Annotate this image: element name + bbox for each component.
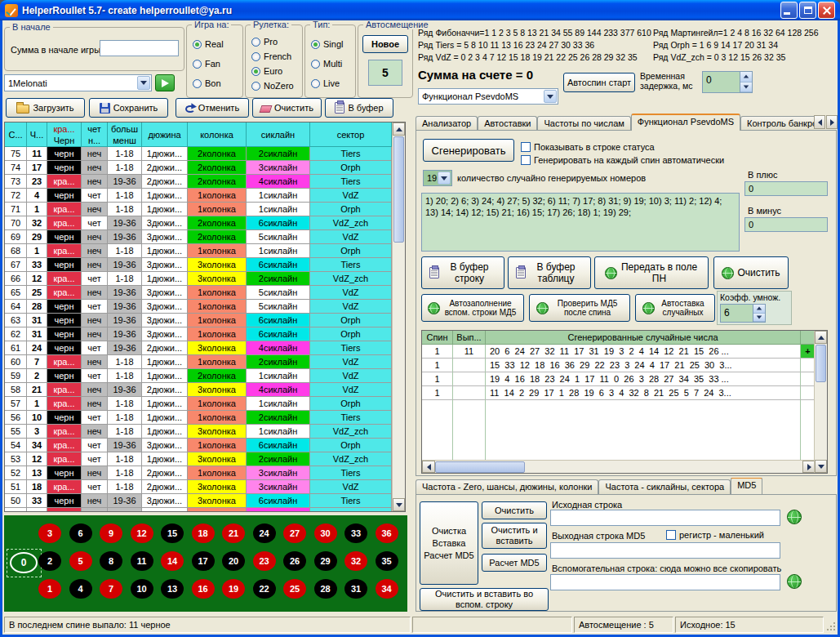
history-row[interactable]: 6124чернчет19-362дюжи...3колонка4сиклайн…	[5, 341, 405, 355]
history-row[interactable]: 711кра...неч1-181дюжи...1колонка1сиклайн…	[5, 203, 405, 216]
board-cell-3[interactable]: 3	[38, 523, 61, 543]
lowercase-checkbox[interactable]	[666, 530, 676, 540]
generate-button[interactable]: Сгенерировать	[423, 139, 514, 162]
history-row[interactable]: 607кра...неч1-181дюжи...1колонка2сиклайн…	[5, 355, 405, 369]
board-cell-30[interactable]: 30	[314, 523, 337, 543]
title-bar[interactable]: HelperRoullet 5.7- create helperroullet@…	[0, 0, 840, 20]
board-cell-7[interactable]: 7	[100, 579, 122, 599]
board-cell-35[interactable]: 35	[376, 551, 398, 571]
game-option-real[interactable]: Real	[193, 39, 241, 49]
history-row[interactable]: 4919кра...неч19-362дюжи...1колонка4сикла…	[5, 508, 405, 512]
source-globe-button[interactable]	[785, 508, 803, 526]
delay-up-icon[interactable]	[740, 72, 752, 82]
board-cell-1[interactable]: 1	[38, 579, 61, 599]
board-cell-21[interactable]: 21	[222, 523, 245, 543]
roulette-option-pro[interactable]: Pro	[251, 37, 300, 47]
md5-clear-paste-button[interactable]: Очистить и вставить	[482, 523, 547, 549]
board-cell-25[interactable]: 25	[283, 579, 306, 599]
maximize-button[interactable]	[799, 2, 816, 19]
tab-psevdoms[interactable]: Функционал PsevdoMS	[631, 114, 740, 131]
board-cell-28[interactable]: 28	[314, 579, 337, 599]
gen-row[interactable]: 115 33 12 18 16 36 29 22 23 3 24 4 17 21…	[422, 359, 827, 372]
history-row[interactable]: 6428чернчет19-363дюжи...1колонка5сиклайн…	[5, 300, 405, 314]
gen-vscrollbar[interactable]	[814, 331, 827, 473]
count-dropdown-icon[interactable]	[438, 172, 451, 185]
md5-clear-button[interactable]: Очистить	[482, 501, 547, 519]
gen-vscroll-thumb[interactable]	[816, 345, 826, 382]
board-cell-17[interactable]: 17	[192, 551, 215, 571]
show-status-checkbox[interactable]	[521, 142, 531, 152]
roulette-option-french[interactable]: French	[251, 51, 300, 61]
history-row[interactable]: 7417черннеч1-182дюжи...2колонка3сиклайнO…	[5, 161, 405, 175]
profile-select[interactable]: 1Melonati	[4, 74, 152, 91]
board-cell-9[interactable]: 9	[100, 523, 122, 543]
board-cell-22[interactable]: 22	[253, 579, 276, 599]
board-cell-26[interactable]: 26	[283, 551, 306, 571]
history-row[interactable]: 5312кра...чет1-181дюжи...3колонка2сиклай…	[5, 452, 405, 466]
board-cell-5[interactable]: 5	[69, 551, 92, 571]
board-cell-6[interactable]: 6	[69, 523, 92, 543]
roulette-option-nozero[interactable]: NoZero	[251, 81, 300, 91]
save-button[interactable]: Сохранить	[89, 98, 168, 118]
history-row[interactable]: 592чернчет1-181дюжи...2колонка1сиклайнVd…	[5, 369, 405, 383]
board-cell-12[interactable]: 12	[131, 523, 153, 543]
board-cell-10[interactable]: 10	[131, 579, 153, 599]
helper-string-input[interactable]	[550, 574, 780, 590]
history-row[interactable]: 5434кра...чет19-363дюжи...1колонка6сикла…	[5, 439, 405, 452]
tab-autobets[interactable]: Автоставки	[478, 116, 537, 131]
undo-button[interactable]: Отменить	[176, 98, 249, 118]
history-row[interactable]: 6525кра...неч19-363дюжи...1колонка5сикла…	[5, 286, 405, 300]
send-to-pn-button[interactable]: Передать в поле ПН	[594, 256, 709, 289]
game-option-fan[interactable]: Fan	[193, 59, 241, 69]
history-row[interactable]: 5610чернчет1-181дюжи...1колонка2сиклайнT…	[5, 411, 405, 425]
check-md5-button[interactable]: Проверить МД5 после спина	[529, 294, 630, 322]
show-status-checkbox-row[interactable]: Показывать в строке статуса	[521, 142, 655, 152]
history-row[interactable]: 6929черннеч19-363дюжи...2колонка5сиклайн…	[5, 230, 405, 244]
history-row[interactable]: 5213черннеч1-182дюжи...1колонка3сиклайнT…	[5, 466, 405, 480]
board-cell-15[interactable]: 15	[161, 523, 184, 543]
tab-scroll-right-icon[interactable]	[826, 115, 838, 129]
board-cell-0[interactable]: 0	[10, 552, 38, 573]
board-cell-20[interactable]: 20	[222, 551, 245, 571]
history-scroll-thumb[interactable]	[393, 136, 404, 243]
board-cell-34[interactable]: 34	[376, 579, 398, 599]
clear-button[interactable]: Очистить	[252, 98, 322, 118]
new-button[interactable]: Новое	[362, 35, 408, 53]
roulette-option-euro[interactable]: Euro	[251, 66, 300, 76]
history-row[interactable]: 6612кра...чет1-181дюжи...3колонка2сиклай…	[5, 272, 405, 286]
autofill-md5-button[interactable]: Автозаполнение вспом. строки МД5	[421, 294, 524, 322]
history-row[interactable]: 7032кра...чет19-363дюжи...2колонка6сикла…	[5, 216, 405, 230]
history-row[interactable]: 5033черннеч19-363дюжи...3колонка6сиклайн…	[5, 494, 405, 508]
output-string-input[interactable]	[550, 542, 780, 559]
history-row[interactable]: 724чернчет1-181дюжи...1колонка1сиклайнVd…	[5, 189, 405, 203]
scroll-down-icon[interactable]	[815, 460, 827, 473]
lowercase-checkbox-row[interactable]: регистр - маленький	[666, 530, 764, 540]
history-row[interactable]: 571кра...неч1-181дюжи...1колонка1сиклайн…	[5, 397, 405, 411]
board-cell-2[interactable]: 2	[38, 551, 61, 571]
type-option-singl[interactable]: Singl	[311, 39, 353, 49]
board-cell-11[interactable]: 11	[131, 551, 153, 571]
md5-calc-button[interactable]: Расчет MD5	[482, 554, 547, 572]
board-cell-4[interactable]: 4	[69, 579, 92, 599]
start-sum-input[interactable]	[100, 40, 179, 56]
function-dropdown-icon[interactable]	[544, 90, 557, 103]
history-row[interactable]: 6331черннеч19-363дюжи...1колонка6сиклайн…	[5, 314, 405, 327]
koef-down-icon[interactable]	[753, 314, 765, 323]
gen-row[interactable]: 111 14 2 29 17 1 28 19 6 3 4 32 8 21 25 …	[422, 386, 827, 400]
tab-md5[interactable]: MD5	[731, 478, 762, 494]
count-select[interactable]: 19	[423, 170, 452, 186]
profile-dropdown-icon[interactable]	[137, 76, 150, 90]
board-cell-24[interactable]: 24	[253, 523, 276, 543]
board-cell-27[interactable]: 27	[283, 523, 306, 543]
play-button[interactable]	[155, 74, 175, 91]
board-cell-29[interactable]: 29	[314, 551, 337, 571]
tab-freq-zero[interactable]: Частота - Zero, шансы, дюжины, колонки	[416, 479, 598, 494]
md5-clear-paste-helper-button[interactable]: Очистить и вставить во вспом. строку	[420, 588, 549, 611]
scroll-left-icon[interactable]	[422, 461, 435, 473]
history-row[interactable]: 7323кра...неч19-362дюжи...2колонка4сикла…	[5, 175, 405, 189]
board-cell-16[interactable]: 16	[192, 579, 215, 599]
minimize-button[interactable]	[780, 2, 798, 19]
board-cell-14[interactable]: 14	[161, 551, 184, 571]
type-option-multi[interactable]: Multi	[311, 59, 353, 69]
function-select[interactable]: Функционал PsevdoMS	[418, 88, 558, 105]
